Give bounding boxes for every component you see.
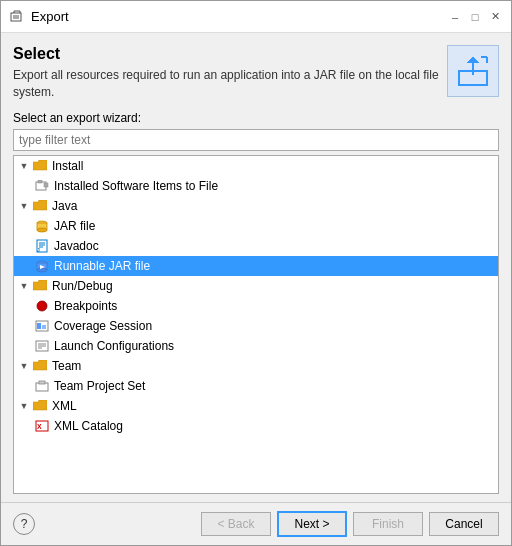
- title-bar: Export – □ ✕: [1, 1, 511, 33]
- header-text: Select Export all resources required to …: [13, 45, 439, 101]
- tree-item[interactable]: Runnable JAR file: [14, 256, 498, 276]
- svg-rect-8: [44, 183, 48, 187]
- expand-arrow: ▼: [18, 200, 30, 212]
- tree-item-label: Breakpoints: [54, 299, 117, 313]
- svg-text:J: J: [37, 247, 40, 253]
- launch-config-icon: [34, 338, 50, 354]
- svg-point-21: [37, 301, 47, 311]
- window-controls: – □ ✕: [447, 9, 503, 25]
- coverage-icon: [34, 318, 50, 334]
- folder-icon: [32, 398, 48, 414]
- tree-item[interactable]: X XML Catalog: [14, 416, 498, 436]
- dialog-icon: [9, 9, 25, 25]
- svg-text:X: X: [37, 423, 42, 430]
- footer-left: ?: [13, 513, 195, 535]
- tree-item[interactable]: ▼ Team: [14, 356, 498, 376]
- folder-icon: [32, 158, 48, 174]
- team-project-icon: [34, 378, 50, 394]
- close-button[interactable]: ✕: [487, 9, 503, 25]
- page-title: Select: [13, 45, 439, 63]
- expand-arrow: ▼: [18, 280, 30, 292]
- tree-item-label: Runnable JAR file: [54, 259, 150, 273]
- tree-item-label: Launch Configurations: [54, 339, 174, 353]
- javadoc-icon: J: [34, 238, 50, 254]
- svg-rect-24: [42, 325, 46, 329]
- tree-item-label: Team Project Set: [54, 379, 145, 393]
- back-button[interactable]: < Back: [201, 512, 271, 536]
- minimize-button[interactable]: –: [447, 9, 463, 25]
- maximize-button[interactable]: □: [467, 9, 483, 25]
- svg-rect-23: [37, 323, 41, 329]
- tree-item[interactable]: JAR file: [14, 216, 498, 236]
- tree-item-label: Run/Debug: [52, 279, 113, 293]
- dialog-content: Select Export all resources required to …: [1, 33, 511, 494]
- tree-item[interactable]: ▼ Install: [14, 156, 498, 176]
- section-label: Select an export wizard:: [13, 111, 499, 125]
- tree-container[interactable]: ▼ Install Installed Software Items to: [13, 155, 499, 494]
- tree-item-label: Installed Software Items to File: [54, 179, 218, 193]
- folder-icon: [32, 278, 48, 294]
- header-section: Select Export all resources required to …: [13, 45, 499, 101]
- plugin-icon: [34, 178, 50, 194]
- page-description: Export all resources required to run an …: [13, 67, 439, 101]
- expand-arrow: ▼: [18, 160, 30, 172]
- tree-item-label: XML: [52, 399, 77, 413]
- tree-item[interactable]: ▼ XML: [14, 396, 498, 416]
- next-button[interactable]: Next >: [277, 511, 347, 537]
- tree-item-label: Team: [52, 359, 81, 373]
- tree-item-label: Javadoc: [54, 239, 99, 253]
- tree-item[interactable]: Coverage Session: [14, 316, 498, 336]
- dialog-title: Export: [31, 9, 447, 24]
- cancel-button[interactable]: Cancel: [429, 512, 499, 536]
- export-icon: [447, 45, 499, 97]
- tree-item[interactable]: ▼ Run/Debug: [14, 276, 498, 296]
- tree-item-label: XML Catalog: [54, 419, 123, 433]
- svg-rect-30: [39, 381, 45, 384]
- expand-arrow: ▼: [18, 400, 30, 412]
- jar-icon: [34, 218, 50, 234]
- folder-icon: [32, 358, 48, 374]
- svg-rect-0: [11, 13, 21, 21]
- tree-item[interactable]: Installed Software Items to File: [14, 176, 498, 196]
- finish-button[interactable]: Finish: [353, 512, 423, 536]
- tree-item[interactable]: J Javadoc: [14, 236, 498, 256]
- folder-icon: [32, 198, 48, 214]
- breakpoint-icon: [34, 298, 50, 314]
- tree-item[interactable]: Launch Configurations: [14, 336, 498, 356]
- svg-rect-7: [38, 180, 42, 183]
- tree-item[interactable]: Team Project Set: [14, 376, 498, 396]
- expand-arrow: ▼: [18, 360, 30, 372]
- dialog-footer: ? < Back Next > Finish Cancel: [1, 502, 511, 545]
- tree-item[interactable]: ▼ Java: [14, 196, 498, 216]
- xml-icon: X: [34, 418, 50, 434]
- tree-item-label: Install: [52, 159, 83, 173]
- runnable-jar-icon: [34, 258, 50, 274]
- filter-input[interactable]: [13, 129, 499, 151]
- svg-point-19: [37, 268, 47, 272]
- export-dialog: Export – □ ✕ Select Export all resources…: [0, 0, 512, 546]
- tree-item[interactable]: Breakpoints: [14, 296, 498, 316]
- tree-item-label: Java: [52, 199, 77, 213]
- tree-item-label: JAR file: [54, 219, 95, 233]
- help-button[interactable]: ?: [13, 513, 35, 535]
- svg-point-11: [37, 228, 47, 232]
- tree-item-label: Coverage Session: [54, 319, 152, 333]
